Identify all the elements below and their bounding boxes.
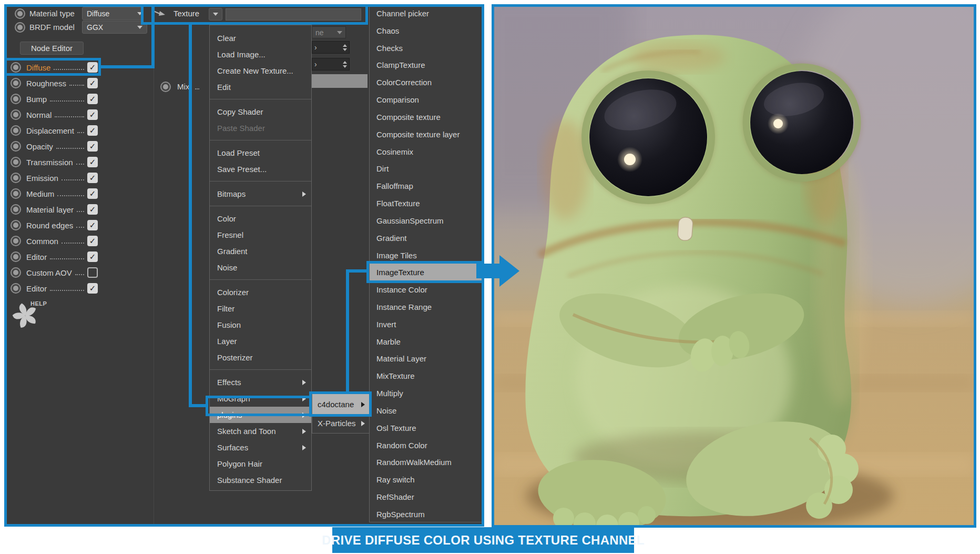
clipped-number-field[interactable]: › xyxy=(312,58,350,70)
channel-checkbox[interactable] xyxy=(87,125,98,136)
channel-row[interactable]: Diffuse xyxy=(11,59,98,75)
channel-checkbox[interactable] xyxy=(87,251,98,262)
menu-item[interactable]: RefShader xyxy=(370,488,482,506)
brdf-model-dropdown[interactable]: GGX xyxy=(82,21,147,34)
clipped-slider-bar[interactable] xyxy=(312,74,368,88)
enable-dot-icon[interactable] xyxy=(11,204,21,215)
material-type-enable-dot[interactable] xyxy=(15,8,25,21)
menu-item[interactable]: Filter xyxy=(210,300,311,317)
enable-dot-icon[interactable] xyxy=(11,94,21,104)
menu-item[interactable]: Cosinemix xyxy=(370,143,482,160)
enable-dot-icon[interactable] xyxy=(11,267,21,278)
enable-dot-icon[interactable] xyxy=(11,157,21,167)
material-type-dropdown[interactable]: Diffuse xyxy=(82,7,147,20)
menu-item[interactable]: Noise xyxy=(370,402,482,419)
channel-checkbox[interactable] xyxy=(87,204,98,215)
menu-item[interactable]: Colorizer xyxy=(210,284,311,300)
menu-item[interactable]: Layer xyxy=(210,333,311,349)
menu-item[interactable]: Osl Texture xyxy=(370,419,482,437)
texture-value-field[interactable] xyxy=(226,8,361,21)
menu-item[interactable]: Composite texture xyxy=(370,108,482,126)
channel-checkbox[interactable] xyxy=(87,188,98,199)
channel-row[interactable]: Displacement xyxy=(11,123,98,138)
menu-item[interactable]: Paste Shader xyxy=(210,120,311,140)
menu-item[interactable]: RgbSpectrum xyxy=(370,506,482,522)
channel-checkbox[interactable] xyxy=(87,109,98,120)
menu-item[interactable]: Comparison xyxy=(370,91,482,108)
menu-item[interactable]: Color xyxy=(210,210,311,227)
menu-item[interactable]: Fresnel xyxy=(210,227,311,243)
menu-item[interactable]: ImageTexture xyxy=(370,264,482,281)
menu-item[interactable]: Bitmaps xyxy=(210,186,311,206)
menu-item[interactable]: Material Layer xyxy=(370,350,482,368)
menu-item[interactable]: Dirt xyxy=(370,160,482,177)
channel-row[interactable]: Bump xyxy=(11,91,98,107)
menu-item[interactable]: RandomWalkMedium xyxy=(370,454,482,471)
menu-item[interactable]: Gradient xyxy=(370,229,482,247)
clipped-dropdown[interactable]: ne xyxy=(312,26,346,38)
menu-item[interactable]: Edit xyxy=(210,79,311,99)
menu-item[interactable]: FloatTexture xyxy=(370,195,482,212)
menu-item[interactable]: Marble xyxy=(370,333,482,350)
menu-item[interactable]: ClampTexture xyxy=(370,56,482,74)
menu-item[interactable]: MoGraph xyxy=(210,390,311,407)
channel-row[interactable]: Common xyxy=(11,233,98,249)
enable-dot-icon[interactable] xyxy=(11,109,21,120)
channel-row[interactable]: Editor xyxy=(11,249,98,265)
menu-item[interactable]: Instance Color xyxy=(370,281,482,298)
menu-item[interactable]: Channel picker xyxy=(370,5,482,22)
channel-row[interactable]: Emission xyxy=(11,170,98,186)
enable-dot-icon[interactable] xyxy=(11,173,21,183)
enable-dot-icon[interactable] xyxy=(11,220,21,230)
menu-item[interactable]: Polygon Hair xyxy=(210,456,311,472)
channel-row[interactable]: Normal xyxy=(11,107,98,123)
brdf-enable-dot[interactable] xyxy=(15,22,25,35)
menu-item[interactable]: Effects xyxy=(210,374,311,390)
menu-item[interactable]: Random Color xyxy=(370,437,482,454)
menu-item[interactable]: Substance Shader xyxy=(210,472,311,488)
channel-row[interactable]: Roughness xyxy=(11,75,98,91)
menu-item[interactable]: Create New Texture... xyxy=(210,63,311,79)
menu-item[interactable]: Load Image... xyxy=(210,46,311,63)
channel-checkbox[interactable] xyxy=(87,62,98,73)
enable-dot-icon[interactable] xyxy=(11,62,21,73)
channel-checkbox[interactable] xyxy=(87,267,98,278)
enable-dot-icon[interactable] xyxy=(11,141,21,152)
enable-dot-icon[interactable] xyxy=(11,188,21,199)
menu-item[interactable]: Clear xyxy=(210,30,311,46)
channel-checkbox[interactable] xyxy=(87,173,98,183)
channel-checkbox[interactable] xyxy=(87,157,98,167)
channel-row[interactable]: Material layer xyxy=(11,202,98,217)
channel-row[interactable]: Round edges xyxy=(11,217,98,233)
menu-item[interactable]: Falloffmap xyxy=(370,177,482,195)
stepper-arrows-icon[interactable] xyxy=(343,61,347,68)
menu-item[interactable]: Copy Shader xyxy=(210,104,311,120)
menu-item[interactable]: X-Particles xyxy=(312,415,369,432)
menu-item[interactable]: Save Preset... xyxy=(210,161,311,182)
menu-item[interactable]: plugins xyxy=(210,407,311,423)
menu-item[interactable]: GaussianSpectrum xyxy=(370,212,482,229)
channel-row[interactable]: Transmission xyxy=(11,154,98,170)
mix-enable-dot[interactable] xyxy=(160,82,171,94)
channel-row[interactable]: Editor xyxy=(11,280,98,296)
menu-item[interactable]: Instance Range xyxy=(370,298,482,316)
texture-dropdown-button[interactable] xyxy=(209,8,222,21)
enable-dot-icon[interactable] xyxy=(11,236,21,246)
menu-item[interactable]: Invert xyxy=(370,316,482,333)
menu-item[interactable]: Fusion xyxy=(210,317,311,333)
channel-row[interactable]: Opacity xyxy=(11,138,98,154)
menu-item[interactable]: Checks xyxy=(370,39,482,57)
channel-checkbox[interactable] xyxy=(87,141,98,152)
clipped-number-field[interactable]: › xyxy=(312,41,350,54)
node-editor-button[interactable]: Node Editor xyxy=(20,42,84,55)
enable-dot-icon[interactable] xyxy=(11,251,21,262)
channel-checkbox[interactable] xyxy=(87,283,98,294)
channel-checkbox[interactable] xyxy=(87,78,98,88)
channel-row[interactable]: Medium xyxy=(11,186,98,202)
menu-item[interactable]: MixTexture xyxy=(370,367,482,385)
menu-item[interactable]: Sketch and Toon xyxy=(210,423,311,439)
menu-item[interactable]: Chaos xyxy=(370,22,482,39)
menu-item[interactable]: ColorCorrection xyxy=(370,74,482,91)
enable-dot-icon[interactable] xyxy=(11,283,21,294)
menu-item[interactable]: Load Preset xyxy=(210,145,311,161)
